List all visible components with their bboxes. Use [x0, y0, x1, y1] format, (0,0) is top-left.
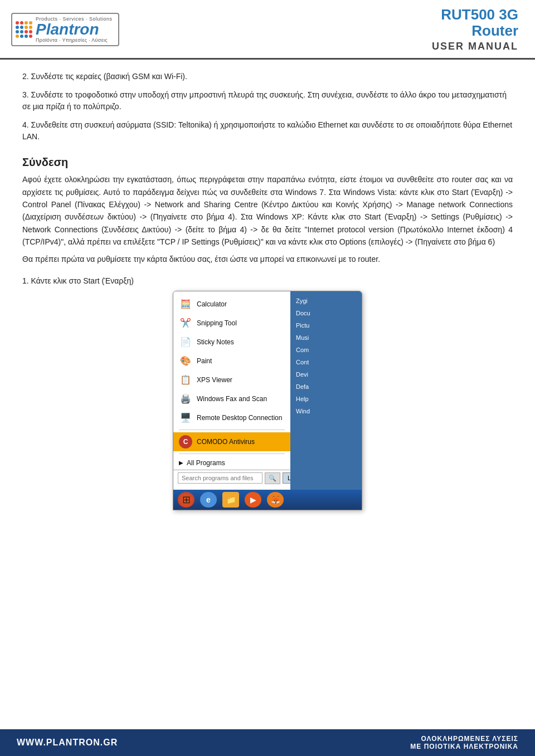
menu-item-paint[interactable]: 🎨 Paint: [173, 352, 290, 370]
menu-divider-2: [179, 453, 285, 454]
menu-item-xps[interactable]: 📋 XPS Viewer: [173, 370, 290, 389]
menu-item-comodo[interactable]: C COMODO Antivirus: [173, 432, 290, 451]
explorer-button[interactable]: 📁: [222, 492, 239, 508]
right-menu-cont[interactable]: Cont: [290, 356, 362, 368]
calculator-icon: 🧮: [179, 297, 192, 311]
fax-label: Windows Fax and Scan: [197, 395, 267, 403]
arrow-icon: ▶: [179, 460, 183, 466]
start-menu: 🧮 Calculator ✂️ Snipping Tool 📄 Sticky N…: [173, 291, 362, 510]
fax-icon: 🖨️: [179, 392, 192, 406]
rdp-label: Remote Desktop Connection: [197, 414, 282, 422]
all-programs-item[interactable]: ▶ All Programs: [173, 456, 290, 470]
comodo-icon: C: [179, 435, 192, 448]
user-manual-label: USER MANUAL: [432, 41, 518, 52]
snipping-label: Snipping Tool: [197, 319, 237, 327]
right-menu-docu[interactable]: Docu: [290, 307, 362, 319]
paint-icon: 🎨: [179, 354, 192, 368]
xps-label: XPS Viewer: [197, 376, 232, 384]
right-menu-wind[interactable]: Wind: [290, 405, 362, 417]
windows-start-button[interactable]: ⊞: [178, 492, 194, 508]
item-2: 2. Συνδέστε τις κεραίες (βασική GSM και …: [22, 71, 513, 82]
search-button[interactable]: 🔍: [265, 472, 280, 484]
xps-icon: 📋: [179, 373, 192, 387]
start-menu-left: 🧮 Calculator ✂️ Snipping Tool 📄 Sticky N…: [173, 291, 290, 490]
page-footer: WWW.PLANTRON.GR ΟΛΟΚΛΗΡΩΜΕΝΕΣ ΛΥΣΕΙΣ ΜΕ …: [0, 729, 535, 756]
menu-item-snipping[interactable]: ✂️ Snipping Tool: [173, 314, 290, 333]
rdp-icon: 🖥️: [179, 411, 192, 425]
menu-item-sticky[interactable]: 📄 Sticky Notes: [173, 333, 290, 352]
start-menu-inner: 🧮 Calculator ✂️ Snipping Tool 📄 Sticky N…: [173, 291, 362, 490]
footer-tagline: ΟΛΟΚΛΗΡΩΜΕΝΕΣ ΛΥΣΕΙΣ ΜΕ ΠΟΙΟΤΙΚΑ ΗΛΕΚΤΡΟ…: [410, 735, 518, 750]
search-bar: 🔍 Log: [173, 470, 290, 486]
right-menu-defa[interactable]: Defa: [290, 381, 362, 393]
item-4: 4. Συνδεθείτε στη συσκευή ασύρματα (SSID…: [22, 119, 513, 143]
menu-item-calculator[interactable]: 🧮 Calculator: [173, 295, 290, 314]
paint-label: Paint: [197, 357, 212, 365]
all-programs-label: All Programs: [187, 459, 225, 467]
media-player-button[interactable]: ▶: [245, 492, 261, 508]
start-menu-container: 🧮 Calculator ✂️ Snipping Tool 📄 Sticky N…: [22, 291, 513, 510]
menu-divider: [179, 430, 285, 430]
logo-box: Products · Services · Solutions Plantron…: [11, 13, 119, 46]
header-right: RUT500 3G Router USER MANUAL: [432, 7, 518, 52]
logo-dots: [16, 21, 32, 38]
section-body-2: Θα πρέπει πρώτα να ρυθμίσετε την κάρτα δ…: [22, 253, 513, 265]
product-title: RUT500 3G Router: [432, 7, 518, 38]
taskbar: ⊞ e 📁 ▶ 🦊: [173, 490, 362, 510]
section-body-1: Αφού έχετε ολοκληρώσει την εγκατάσταση, …: [22, 173, 513, 248]
footer-website: WWW.PLANTRON.GR: [17, 738, 118, 748]
ie-button[interactable]: e: [200, 492, 217, 508]
snipping-icon: ✂️: [179, 316, 192, 330]
comodo-label: COMODO Antivirus: [197, 438, 255, 446]
start-menu-right: Zygi Docu Pictu Musi Com Cont Devi Defa …: [290, 291, 362, 490]
right-menu-musi[interactable]: Musi: [290, 331, 362, 344]
right-menu-pictu[interactable]: Pictu: [290, 319, 362, 331]
sticky-label: Sticky Notes: [197, 338, 234, 346]
page-header: Products · Services · Solutions Plantron…: [0, 0, 535, 60]
logo-text-area: Products · Services · Solutions Plantron…: [36, 16, 113, 43]
main-content: 2. Συνδέστε τις κεραίες (βασική GSM και …: [0, 60, 535, 533]
search-input[interactable]: [178, 472, 262, 484]
menu-item-rdp[interactable]: 🖥️ Remote Desktop Connection: [173, 408, 290, 427]
right-menu-help[interactable]: Help: [290, 393, 362, 405]
sticky-icon: 📄: [179, 335, 192, 349]
logo-area: Products · Services · Solutions Plantron…: [11, 13, 119, 46]
firefox-button[interactable]: 🦊: [267, 492, 284, 508]
section-title: Σύνδεση: [22, 156, 513, 169]
calculator-label: Calculator: [197, 300, 227, 308]
logo-brand: Plantron: [36, 22, 113, 37]
right-menu-zygi[interactable]: Zygi: [290, 295, 362, 307]
step-1-label: 1. Κάντε κλικ στο Start (Έναρξη): [22, 276, 513, 285]
logo-subtitle: Προϊόντα · Υπηρεσίες · Λύσεις: [36, 37, 113, 43]
right-menu-devi[interactable]: Devi: [290, 368, 362, 381]
right-menu-com[interactable]: Com: [290, 344, 362, 356]
item-3: 3. Συνδέστε το τροφοδοτικό στην υποδοχή …: [22, 89, 513, 113]
menu-item-fax[interactable]: 🖨️ Windows Fax and Scan: [173, 389, 290, 408]
